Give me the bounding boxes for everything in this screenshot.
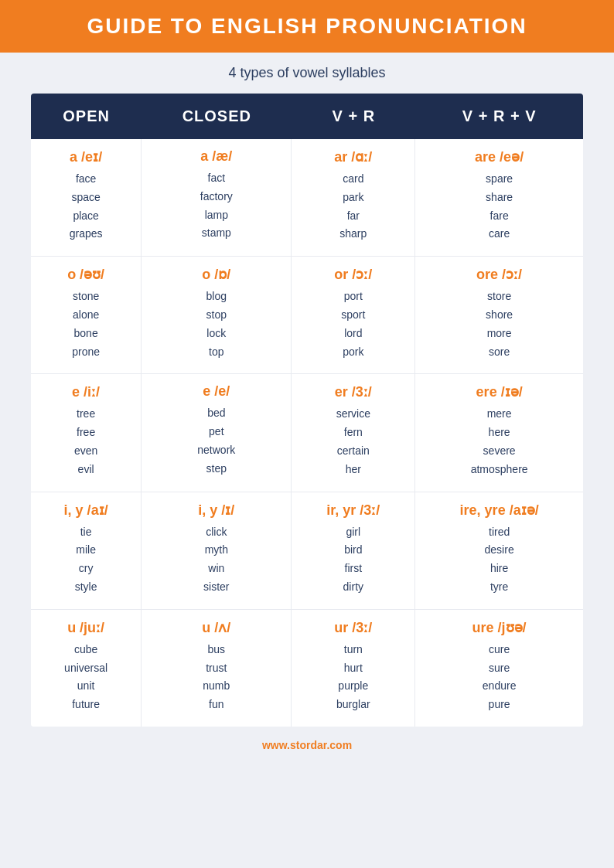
word-item: unit xyxy=(39,677,133,696)
word-item: sister xyxy=(149,578,283,597)
word-item: evil xyxy=(39,461,133,479)
vowel-label: u /ʌ/ xyxy=(149,619,283,636)
word-item: win xyxy=(149,560,283,578)
cell-open-4: u /juː/cubeuniversalunitfuture xyxy=(31,610,142,727)
word-item: step xyxy=(149,460,283,478)
word-item: prone xyxy=(39,343,133,362)
word-item: mile xyxy=(39,541,133,560)
word-item: store xyxy=(423,288,575,306)
cell-vrv-0: are /eə/sparesharefarecare xyxy=(415,139,583,257)
vowel-label: or /ɔː/ xyxy=(299,266,407,283)
word-item: place xyxy=(39,207,133,226)
vowel-label: i, y /aɪ/ xyxy=(39,502,133,519)
vowel-label: a /æ/ xyxy=(149,148,283,165)
vowel-label: e /iː/ xyxy=(39,383,133,400)
word-item: grapes xyxy=(39,225,133,243)
word-item: hire xyxy=(423,560,575,578)
word-item: face xyxy=(39,170,133,189)
word-item: turn xyxy=(299,641,407,659)
word-item: lamp xyxy=(149,206,283,225)
word-item: here xyxy=(423,424,575,442)
word-item: bed xyxy=(149,404,283,423)
word-item: style xyxy=(39,578,133,597)
word-item: service xyxy=(299,405,407,424)
cell-vrv-2: ere /ɪə/mereheresevereatmosphere xyxy=(415,374,583,492)
cell-open-2: e /iː/treefreeevenevil xyxy=(31,374,142,492)
word-item: card xyxy=(299,170,407,189)
cell-vrv-4: ure /jʊə/curesureendurepure xyxy=(415,610,583,727)
word-item: alone xyxy=(39,306,133,325)
table-row: e /iː/treefreeevenevile /e/bedpetnetwork… xyxy=(31,374,583,492)
word-item: spare xyxy=(423,170,575,189)
word-item: pet xyxy=(149,423,283,441)
word-item: pork xyxy=(299,343,407,362)
word-item: factory xyxy=(149,188,283,206)
word-item: sure xyxy=(423,659,575,678)
cell-closed-4: u /ʌ/bustrustnumbfun xyxy=(142,610,292,727)
vowel-label: o /ɒ/ xyxy=(149,266,283,283)
subtitle: 4 types of vowel syllables xyxy=(228,65,385,81)
vowel-label: ir, yr /3ː/ xyxy=(299,502,407,519)
word-item: tie xyxy=(39,523,133,542)
cell-vrv-3: ire, yre /aɪə/tireddesirehiretyre xyxy=(415,492,583,610)
word-item: cry xyxy=(39,560,133,578)
word-item: numb xyxy=(149,677,283,696)
word-item: sore xyxy=(423,343,575,362)
cell-open-1: o /əʊ/stonealoneboneprone xyxy=(31,257,142,374)
main-table: OPENCLOSEDV + RV + R + V a /eɪ/facespace… xyxy=(31,94,583,727)
word-item: cure xyxy=(423,641,575,659)
cell-closed-0: a /æ/factfactorylampstamp xyxy=(142,139,292,257)
footer-url: www.stordar.com xyxy=(262,739,352,751)
word-item: stop xyxy=(149,306,283,325)
word-item: mere xyxy=(423,405,575,424)
word-item: port xyxy=(299,288,407,306)
word-item: desire xyxy=(423,541,575,560)
word-item: stone xyxy=(39,288,133,306)
word-item: fare xyxy=(423,207,575,226)
word-item: bone xyxy=(39,325,133,343)
word-item: tired xyxy=(423,523,575,542)
cell-vr-2: er /3ː/serviceferncertainher xyxy=(292,374,415,492)
word-item: purple xyxy=(299,677,407,696)
col-header-vr: V + R xyxy=(292,94,415,139)
word-item: park xyxy=(299,189,407,207)
word-item: shore xyxy=(423,306,575,325)
cell-open-0: a /eɪ/facespaceplacegrapes xyxy=(31,139,142,257)
vowel-label: ere /ɪə/ xyxy=(423,383,575,400)
word-item: space xyxy=(39,189,133,207)
word-item: free xyxy=(39,424,133,442)
word-item: blog xyxy=(149,288,283,306)
word-item: future xyxy=(39,696,133,714)
word-item: sport xyxy=(299,306,407,325)
word-item: fact xyxy=(149,169,283,188)
vowel-label: are /eə/ xyxy=(423,148,575,165)
page-title: GUIDE TO ENGLISH PRONUNCIATION xyxy=(15,14,599,39)
word-item: trust xyxy=(149,659,283,678)
word-item: bus xyxy=(149,641,283,659)
word-item: pure xyxy=(423,696,575,714)
vowel-label: ore /ɔː/ xyxy=(423,266,575,283)
word-item: her xyxy=(299,461,407,479)
cell-vr-3: ir, yr /3ː/girlbirdfirstdirty xyxy=(292,492,415,610)
cell-vrv-1: ore /ɔː/storeshoremoresore xyxy=(415,257,583,374)
word-item: lord xyxy=(299,325,407,343)
word-item: click xyxy=(149,523,283,542)
word-item: dirty xyxy=(299,578,407,597)
cell-closed-3: i, y /ɪ/clickmythwinsister xyxy=(142,492,292,610)
vowel-label: er /3ː/ xyxy=(299,383,407,400)
word-item: lock xyxy=(149,325,283,343)
vowel-label: ure /jʊə/ xyxy=(423,619,575,636)
word-item: more xyxy=(423,325,575,343)
cell-vr-4: ur /3ː/turnhurtpurpleburglar xyxy=(292,610,415,727)
table-container: OPENCLOSEDV + RV + R + V a /eɪ/facespace… xyxy=(15,81,599,727)
word-item: fern xyxy=(299,424,407,442)
word-item: myth xyxy=(149,541,283,560)
word-item: share xyxy=(423,189,575,207)
word-item: burglar xyxy=(299,696,407,714)
vowel-label: u /juː/ xyxy=(39,619,133,636)
cell-closed-2: e /e/bedpetnetworkstep xyxy=(142,374,292,492)
word-item: girl xyxy=(299,523,407,542)
vowel-label: ar /ɑː/ xyxy=(299,148,407,165)
page-wrapper: GUIDE TO ENGLISH PRONUNCIATION 4 types o… xyxy=(0,0,614,868)
cell-vr-1: or /ɔː/portsportlordpork xyxy=(292,257,415,374)
